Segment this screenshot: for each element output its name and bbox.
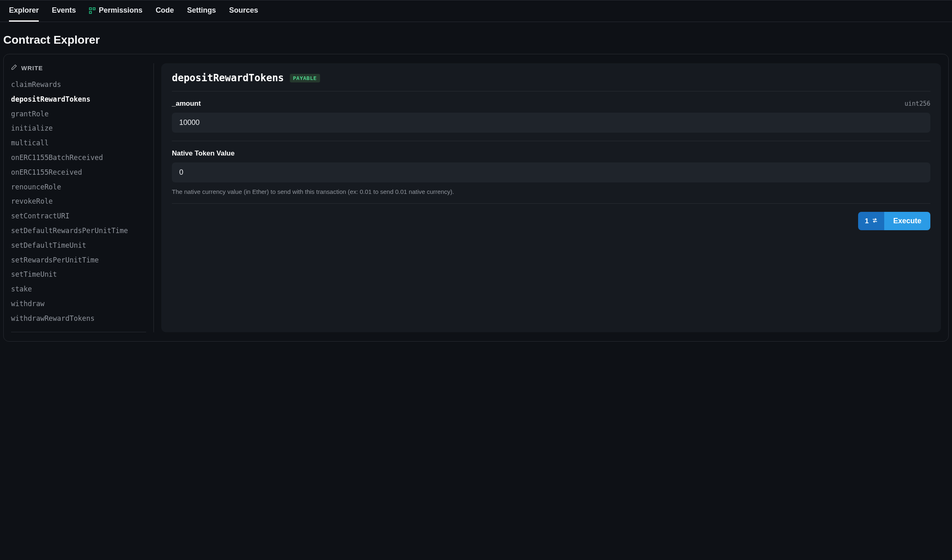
native-token-helper: The native currency value (in Ether) to … [172,188,930,195]
function-item[interactable]: stake [11,282,146,297]
exec-count-value: 1 [865,217,868,225]
pencil-icon [11,64,17,72]
sidebar-header: WRITE [11,63,146,78]
function-panel: depositRewardTokens PAYABLE _amount uint… [161,63,941,332]
function-sidebar: WRITE claimRewardsdepositRewardTokensgra… [11,63,154,332]
function-list: claimRewardsdepositRewardTokensgrantRole… [11,78,146,326]
svg-rect-2 [93,8,95,10]
function-item[interactable]: depositRewardTokens [11,92,146,107]
param-type-amount: uint256 [905,100,930,107]
tab-explorer[interactable]: Explorer [9,0,39,22]
payable-badge: PAYABLE [290,74,320,82]
tab-sources[interactable]: Sources [229,0,258,22]
function-header: depositRewardTokens PAYABLE [172,72,930,91]
swap-icon [872,217,878,225]
native-token-label: Native Token Value [172,149,235,158]
function-item[interactable]: revokeRole [11,194,146,209]
svg-rect-0 [89,8,91,10]
function-item[interactable]: initialize [11,121,146,136]
function-item[interactable]: renounceRole [11,180,146,195]
param-row-native: Native Token Value The native currency v… [172,141,930,204]
page-title: Contract Explorer [0,22,952,54]
function-item[interactable]: setDefaultTimeUnit [11,238,146,253]
sidebar-divider [11,332,146,332]
execute-group: 1 Execute [858,212,930,230]
function-item[interactable]: onERC1155BatchReceived [11,151,146,165]
grid-icon [89,7,96,14]
function-item[interactable]: withdraw [11,297,146,311]
function-item[interactable]: grantRole [11,107,146,122]
function-item[interactable]: setTimeUnit [11,267,146,282]
tab-bar: Explorer Events Permissions Code Setting… [0,0,952,22]
function-item[interactable]: multicall [11,136,146,151]
tab-settings[interactable]: Settings [187,0,216,22]
explorer-container: WRITE claimRewardsdepositRewardTokensgra… [3,54,949,342]
param-label-amount: _amount [172,100,201,108]
execute-button[interactable]: Execute [884,212,930,230]
function-item[interactable]: setDefaultRewardsPerUnitTime [11,224,146,238]
sidebar-section-label: WRITE [21,64,43,71]
svg-rect-1 [89,11,91,13]
native-token-input[interactable] [172,162,930,182]
exec-count-button[interactable]: 1 [858,212,884,230]
function-item[interactable]: setRewardsPerUnitTime [11,253,146,268]
tab-code[interactable]: Code [156,0,174,22]
function-name: depositRewardTokens [172,72,284,84]
function-item[interactable]: claimRewards [11,78,146,92]
function-item[interactable]: withdrawRewardTokens [11,311,146,326]
function-item[interactable]: setContractURI [11,209,146,224]
amount-input[interactable] [172,113,930,133]
function-item[interactable]: onERC1155Received [11,165,146,180]
tab-permissions-label: Permissions [99,6,142,15]
param-row-amount: _amount uint256 [172,91,930,141]
tab-events[interactable]: Events [52,0,76,22]
actions-row: 1 Execute [172,204,930,230]
tab-permissions[interactable]: Permissions [89,0,142,22]
